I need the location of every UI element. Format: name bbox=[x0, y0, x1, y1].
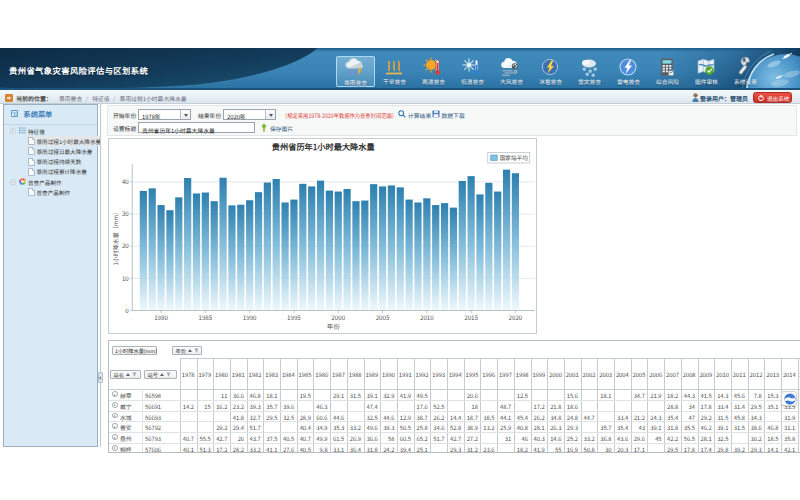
x-tick-label: 2005 bbox=[375, 312, 389, 321]
end-year-value: 2020年 bbox=[227, 112, 246, 121]
calculate-button[interactable]: 计算结果 bbox=[408, 111, 431, 120]
floating-loader-button[interactable] bbox=[781, 391, 797, 407]
row-expand-icon[interactable] bbox=[112, 413, 118, 419]
nav-item-1[interactable]: 暴雨普查 bbox=[336, 56, 375, 87]
tree-item-1-4[interactable]: 暴雨过程累计降水量 bbox=[4, 167, 97, 177]
logout-button[interactable]: 退出系统 bbox=[753, 92, 792, 104]
location-icon bbox=[5, 94, 13, 102]
chart-bar-2012 bbox=[440, 203, 447, 310]
row-border-line bbox=[109, 411, 800, 412]
collapse-arrow-icon bbox=[99, 376, 101, 380]
x-tick-label: 1990 bbox=[242, 312, 256, 321]
page-icon bbox=[28, 158, 35, 166]
chart-bar-1992 bbox=[263, 182, 270, 310]
nav-item-9[interactable]: 综合风险 bbox=[648, 56, 687, 87]
svg-text:❄: ❄ bbox=[591, 72, 595, 78]
start-year-select[interactable]: 1978年 bbox=[138, 109, 191, 121]
tree-item-2-1[interactable]: 普查产品制作 bbox=[4, 187, 97, 197]
chip-label: 站号 bbox=[148, 371, 158, 378]
breadcrumb-item-1[interactable]: 暴雨普查 bbox=[59, 94, 82, 103]
sort-asc-icon bbox=[160, 373, 164, 376]
breadcrumb-item-2[interactable]: 特征值 bbox=[92, 94, 109, 103]
x-axis-title: 年份 bbox=[327, 322, 340, 331]
user-icon bbox=[692, 93, 699, 102]
chart-title: 贵州省历年1小时最大降水量 bbox=[271, 140, 374, 152]
row-border-line bbox=[109, 400, 800, 401]
chart-bar-2014 bbox=[458, 180, 465, 310]
snow-icon: ❄❄❄❄❄ bbox=[579, 57, 599, 77]
chart-title-input[interactable]: 贵州省历年1小时最大降水量 bbox=[138, 122, 255, 133]
nav-item-label: 综合风险 bbox=[648, 77, 685, 86]
tree-item-1-2[interactable]: 暴雨过程日最大降水量 bbox=[4, 146, 97, 156]
year-column-header: 1999 bbox=[531, 370, 548, 379]
tree-collapse-icon[interactable] bbox=[10, 128, 16, 134]
chart-bar-1993 bbox=[272, 179, 279, 310]
chart-bar-2019 bbox=[502, 169, 509, 310]
start-year-dropdown-button[interactable] bbox=[180, 110, 190, 120]
row-expand-icon[interactable] bbox=[112, 391, 118, 397]
nav-item-8[interactable]: 雷电普查 bbox=[609, 56, 648, 87]
year-column-header: 2000 bbox=[547, 370, 564, 379]
row-expand-icon[interactable] bbox=[112, 423, 118, 429]
year-column-header: 2002 bbox=[581, 370, 598, 379]
year-column-header: 1988 bbox=[347, 370, 364, 379]
chart-bar-1979 bbox=[148, 188, 155, 310]
row-expand-icon[interactable] bbox=[112, 402, 118, 408]
column-field-chip[interactable]: 年份 bbox=[172, 346, 202, 355]
year-column-header: 1982 bbox=[247, 370, 264, 379]
year-column-header: 1979 bbox=[197, 370, 214, 379]
nav-item-6[interactable]: 冰雹普查 bbox=[531, 56, 570, 87]
end-year-dropdown-button[interactable] bbox=[265, 110, 275, 120]
start-year-label: 开始年份 bbox=[113, 111, 136, 120]
chart-bar-1994 bbox=[281, 202, 288, 310]
end-year-select[interactable]: 2020年 bbox=[223, 109, 276, 121]
nav-item-4[interactable]: 低温普查 bbox=[453, 56, 492, 87]
nav-item-3[interactable]: 高温普查 bbox=[414, 56, 453, 87]
nav-item-label: 雷电普查 bbox=[609, 77, 646, 86]
sort-asc-icon bbox=[126, 373, 130, 376]
value-cell: 42.1 bbox=[755, 445, 795, 453]
row-field-name-chip[interactable]: 站名 bbox=[110, 370, 141, 379]
sidebar-title: 系统菜单 bbox=[24, 109, 53, 119]
calculator-icon bbox=[657, 57, 677, 77]
measure-field-chip[interactable]: 1小时降水量(mm) bbox=[112, 346, 158, 355]
header-band-top-border bbox=[180, 358, 800, 359]
nav-item-5[interactable]: 大风普查 bbox=[492, 56, 531, 87]
chevron-down-icon bbox=[184, 114, 188, 117]
chart-bar-1995 bbox=[290, 199, 297, 310]
x-tick-label: 2000 bbox=[331, 312, 345, 321]
data-download-button[interactable]: 数据下载 bbox=[442, 111, 465, 120]
breadcrumb-item-3[interactable]: 暴雨过程1小时最大降水量 bbox=[120, 94, 187, 103]
year-column-header: 1985 bbox=[297, 370, 314, 379]
settings-icon bbox=[735, 57, 755, 77]
chart-bar-2010 bbox=[423, 198, 430, 310]
splitter[interactable] bbox=[100, 104, 101, 447]
tree-item-1-1[interactable]: 暴雨过程1小时最大降水量 bbox=[4, 136, 97, 146]
year-column-header: 1986 bbox=[313, 370, 330, 379]
nav-item-7[interactable]: ❄❄❄❄❄雪灾普查 bbox=[570, 56, 609, 87]
splitter-collapse-handle[interactable] bbox=[98, 372, 103, 383]
nav-item-11[interactable]: 系统设置 bbox=[726, 56, 765, 87]
tree-group-1[interactable]: 特征值 bbox=[4, 126, 97, 136]
tree-item-label: 暴雨过程日最大降水量 bbox=[37, 148, 93, 156]
chart-bar-2003 bbox=[361, 200, 368, 310]
row-field-id-chip[interactable]: 站号 bbox=[144, 370, 177, 379]
tree-group-2[interactable]: 普查产品制作 bbox=[4, 177, 97, 187]
tree-item-1-3[interactable]: 暴雨过程持续天数 bbox=[4, 157, 97, 167]
nav-item-2[interactable]: 干旱普查 bbox=[375, 56, 414, 87]
year-column-header: 1998 bbox=[514, 370, 531, 379]
row-expand-icon[interactable] bbox=[112, 445, 118, 451]
year-column-header: 2009 bbox=[698, 370, 715, 379]
save-image-button[interactable]: 保存图片 bbox=[270, 124, 293, 133]
nav-item-label: 低温普查 bbox=[453, 77, 490, 86]
chart-bar-2016 bbox=[476, 194, 483, 310]
row-expand-icon[interactable] bbox=[112, 434, 118, 440]
nav-item-10[interactable]: 图件审核 bbox=[687, 56, 726, 87]
year-column-header: 2014 bbox=[781, 370, 798, 379]
tree-item-label: 暴雨过程持续天数 bbox=[37, 158, 82, 166]
y-tick-label: 20 bbox=[121, 241, 128, 250]
chart-bar-1991 bbox=[254, 192, 261, 310]
tree-collapse-icon[interactable] bbox=[10, 179, 16, 185]
year-column-header: 2001 bbox=[564, 370, 581, 379]
chart-bar-2011 bbox=[432, 205, 439, 310]
